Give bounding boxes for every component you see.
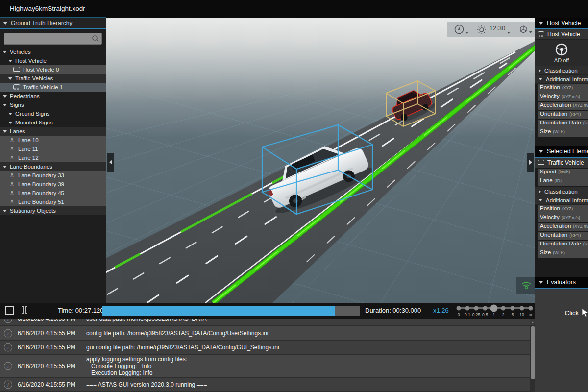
slider-dot[interactable]	[474, 306, 479, 310]
chevron-down-icon[interactable]	[3, 51, 7, 53]
search-input[interactable]	[4, 33, 102, 45]
slider-dot[interactable]	[501, 306, 506, 310]
chevron-down-icon[interactable]	[8, 113, 12, 115]
sidebar-item-host-vehicle-0[interactable]: Host Vehicle 0	[0, 65, 106, 74]
speed-step-slider[interactable]: 0 0.1 0.25 0.5 1 2 5 10 ∞	[455, 303, 533, 318]
selected-field-velocity[interactable]: Velocity(XYZ m/s)	[538, 214, 588, 222]
ad-status-label: AD off	[554, 57, 569, 63]
sidebar-item-lane-boundary-39[interactable]: /:\Lane Boundary 39	[0, 180, 106, 189]
compass-control[interactable]	[454, 24, 468, 35]
sidebar-item-lane-boundary-33[interactable]: /:\Lane Boundary 33	[0, 171, 106, 180]
selected-field-orientation-rate[interactable]: Orientation Rate(RPY)	[538, 241, 588, 249]
host-field-orientation-rate[interactable]: Orientation Rate(RPY)	[538, 120, 588, 128]
sidebar-item-ground-signs[interactable]: Ground Signs	[0, 109, 106, 118]
scrollbar-up-arrow[interactable]: ▲	[530, 319, 535, 325]
selected-field-position[interactable]: Position(XYZ)	[538, 205, 588, 214]
host-field-orientation[interactable]: Orientation(RPY)	[538, 111, 588, 119]
title-bar: Highway6kmStraight.xodr	[0, 0, 588, 18]
lane-icon: /:\	[8, 147, 15, 151]
time-of-day-control[interactable]: 12:30	[477, 24, 511, 35]
host-field-velocity[interactable]: Velocity(XYZ m/s)	[538, 93, 588, 101]
chevron-down-icon[interactable]	[3, 130, 7, 133]
lane-icon: /:\	[8, 191, 15, 196]
sidebar-item-lane-boundary-51[interactable]: /:\Lane Boundary 51	[0, 197, 106, 206]
host-field-position[interactable]: Position(XYZ)	[538, 84, 588, 93]
playback-bar: Time: 00:27.120 Duration: 00:30.000 x1.2…	[0, 303, 535, 319]
host-entity-row[interactable]: Host Vehicle	[535, 29, 588, 40]
tree-item-label: Host Vehicle	[15, 58, 47, 64]
hierarchy-header[interactable]: Ground Truth Hierarchy	[0, 18, 106, 28]
selected-field-lane[interactable]: Lane(ID)	[538, 177, 588, 186]
slider-dot-selected[interactable]	[490, 304, 498, 312]
view-orientation-control[interactable]	[518, 24, 532, 34]
log-row[interactable]: i 6/16/2020 4:15:55 PM apply logging set…	[0, 355, 530, 378]
slider-dot[interactable]	[466, 306, 470, 310]
sidebar-item-lane-boundary-45[interactable]: /:\Lane Boundary 45	[0, 189, 106, 197]
log-console[interactable]: i 6/16/2020 4:15:55 PM user data path: /…	[0, 319, 530, 392]
sidebar-item-lane-boundaries[interactable]: Lane Boundaries	[0, 162, 106, 171]
selected-classification-section[interactable]: Classification	[535, 187, 588, 196]
sidebar-item-lanes[interactable]: Lanes	[0, 127, 106, 136]
log-scrollbar[interactable]: ▲	[530, 319, 535, 392]
collapse-left-panel-handle[interactable]	[107, 153, 114, 172]
chevron-down-icon[interactable]	[8, 60, 12, 62]
sidebar-item-traffic-vehicles[interactable]: Traffic Vehicles	[0, 74, 106, 83]
sidebar-item-signs[interactable]: Signs	[0, 100, 106, 109]
selected-panel-header[interactable]: Selected Element	[535, 146, 588, 157]
slider-dot[interactable]	[520, 306, 524, 310]
host-classification-section[interactable]: Classification	[535, 66, 588, 75]
sidebar-item-lane-12[interactable]: /:\Lane 12	[0, 153, 106, 162]
3d-viewport[interactable]: 12:30	[106, 18, 535, 303]
chevron-down-icon[interactable]	[3, 166, 7, 168]
slider-dot[interactable]	[483, 306, 488, 310]
ad-status-block[interactable]: AD off	[535, 40, 588, 66]
sidebar-item-mounted-signs[interactable]: Mounted Signs	[0, 118, 106, 127]
host-panel-header[interactable]: Host Vehicle	[535, 18, 588, 28]
stop-button[interactable]	[5, 306, 14, 315]
field-unit: (WLH)	[553, 129, 565, 134]
scrollbar-thumb[interactable]	[531, 326, 535, 379]
sidebar-item-lane-11[interactable]: /:\Lane 11	[0, 145, 106, 153]
selected-field-acceleration[interactable]: Acceleration(XYZ m/s²)	[538, 223, 588, 231]
info-icon: i	[4, 319, 12, 323]
connection-status-button[interactable]	[516, 277, 535, 294]
sidebar-item-traffic-vehicle-1[interactable]: Traffic Vehicle 1	[0, 83, 106, 92]
host-field-acceleration[interactable]: Acceleration(XYZ m/s²)	[538, 102, 588, 110]
progress-bar[interactable]	[102, 306, 360, 316]
sidebar-item-lane-10[interactable]: /:\Lane 10	[0, 136, 106, 145]
tree-item-label: Lanes	[10, 128, 25, 134]
evaluators-panel-header[interactable]: Evaluators	[535, 277, 588, 288]
selected-field-speed[interactable]: Speed(km/h)	[538, 169, 588, 177]
sidebar-item-host-vehicle-group[interactable]: Host Vehicle	[0, 56, 106, 65]
slider-step-label: 0.5	[482, 312, 488, 317]
chevron-down-icon[interactable]	[8, 77, 12, 80]
collapse-right-panel-handle[interactable]	[527, 153, 534, 172]
sidebar-item-vehicles[interactable]: Vehicles	[0, 48, 106, 56]
chevron-down-icon[interactable]	[8, 122, 12, 124]
log-row[interactable]: i 6/16/2020 4:15:55 PM === ASTAS GUI ver…	[0, 378, 530, 392]
sidebar-item-pedestrians[interactable]: Pedestrians	[0, 92, 106, 100]
log-row[interactable]: i 6/16/2020 4:15:55 PM gui config file p…	[0, 341, 530, 355]
log-row[interactable]: i 6/16/2020 4:15:55 PM user data path: /…	[0, 319, 530, 326]
chevron-down-icon[interactable]	[3, 104, 7, 106]
chevron-down-icon[interactable]	[3, 95, 7, 98]
field-unit: (ID)	[555, 178, 562, 183]
lane-icon: /:\	[8, 155, 15, 160]
steering-wheel-icon	[555, 43, 568, 56]
log-row[interactable]: i 6/16/2020 4:15:55 PM config file path:…	[0, 326, 530, 341]
sidebar-item-stationary-objects[interactable]: Stationary Objects	[0, 206, 106, 215]
tree-item-label: Vehicles	[10, 49, 31, 55]
slider-dot[interactable]	[511, 306, 515, 310]
chevron-down-icon[interactable]	[3, 210, 7, 212]
field-unit: (XYZ)	[562, 85, 573, 90]
host-additional-info-section[interactable]: Additional Information	[535, 75, 588, 84]
slider-dot[interactable]	[457, 306, 461, 310]
selected-field-size[interactable]: Size(WLH)	[538, 249, 588, 258]
selected-field-orientation[interactable]: Orientation(RPY)	[538, 232, 588, 240]
slider-dot[interactable]	[529, 306, 533, 310]
cursor-pointer-icon	[581, 308, 588, 317]
selected-entity-row[interactable]: Traffic Vehicle	[535, 158, 588, 168]
pause-button[interactable]	[22, 306, 29, 315]
selected-additional-info-section[interactable]: Additional Information	[535, 196, 588, 205]
host-field-size[interactable]: Size(WLH)	[538, 128, 588, 137]
